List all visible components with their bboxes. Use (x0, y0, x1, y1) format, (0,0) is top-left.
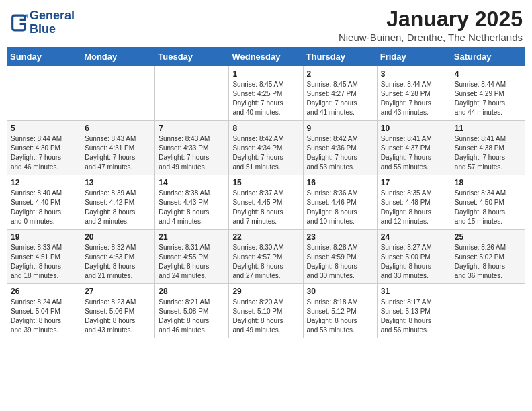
calendar-title: January 2025 (339, 7, 523, 32)
calendar-cell: 6Sunrise: 8:43 AM Sunset: 4:31 PM Daylig… (81, 121, 155, 175)
day-number: 4 (455, 69, 521, 79)
calendar-cell (451, 284, 525, 338)
day-info: Sunrise: 8:38 AM Sunset: 4:43 PM Dayligh… (159, 189, 225, 226)
day-info: Sunrise: 8:45 AM Sunset: 4:27 PM Dayligh… (307, 80, 373, 118)
calendar-week-row: 5Sunrise: 8:44 AM Sunset: 4:30 PM Daylig… (7, 121, 525, 175)
day-number: 30 (307, 287, 373, 296)
calendar-subtitle: Nieuw-Buinen, Drenthe, The Netherlands (339, 32, 523, 43)
logo-text: General Blue (30, 9, 75, 36)
calendar-cell: 23Sunrise: 8:28 AM Sunset: 4:59 PM Dayli… (303, 230, 377, 284)
weekday-header-wednesday: Wednesday (229, 48, 303, 66)
day-number: 13 (85, 178, 151, 187)
day-info: Sunrise: 8:44 AM Sunset: 4:29 PM Dayligh… (455, 80, 521, 118)
calendar-cell (81, 66, 155, 121)
calendar-cell: 14Sunrise: 8:38 AM Sunset: 4:43 PM Dayli… (155, 175, 229, 230)
day-info: Sunrise: 8:21 AM Sunset: 5:08 PM Dayligh… (159, 298, 225, 335)
day-info: Sunrise: 8:39 AM Sunset: 4:42 PM Dayligh… (85, 189, 151, 226)
calendar-cell: 26Sunrise: 8:24 AM Sunset: 5:04 PM Dayli… (7, 284, 81, 338)
day-number: 20 (85, 232, 151, 242)
calendar-cell: 8Sunrise: 8:42 AM Sunset: 4:34 PM Daylig… (229, 121, 303, 175)
title-block: January 2025 Nieuw-Buinen, Drenthe, The … (339, 7, 523, 43)
day-info: Sunrise: 8:32 AM Sunset: 4:53 PM Dayligh… (85, 243, 151, 281)
day-info: Sunrise: 8:44 AM Sunset: 4:30 PM Dayligh… (11, 134, 77, 172)
calendar-cell: 17Sunrise: 8:35 AM Sunset: 4:48 PM Dayli… (377, 175, 451, 230)
day-info: Sunrise: 8:23 AM Sunset: 5:06 PM Dayligh… (85, 298, 151, 335)
weekday-header-monday: Monday (81, 48, 155, 66)
day-number: 7 (159, 124, 225, 133)
day-info: Sunrise: 8:37 AM Sunset: 4:45 PM Dayligh… (232, 189, 299, 226)
calendar-cell: 27Sunrise: 8:23 AM Sunset: 5:06 PM Dayli… (81, 284, 155, 338)
day-info: Sunrise: 8:41 AM Sunset: 4:37 PM Dayligh… (381, 134, 447, 172)
day-info: Sunrise: 8:43 AM Sunset: 4:33 PM Dayligh… (159, 134, 225, 172)
day-info: Sunrise: 8:33 AM Sunset: 4:51 PM Dayligh… (11, 243, 77, 281)
day-info: Sunrise: 8:20 AM Sunset: 5:10 PM Dayligh… (232, 298, 299, 335)
day-info: Sunrise: 8:30 AM Sunset: 4:57 PM Dayligh… (232, 243, 299, 281)
day-info: Sunrise: 8:44 AM Sunset: 4:28 PM Dayligh… (381, 80, 447, 118)
day-info: Sunrise: 8:45 AM Sunset: 4:25 PM Dayligh… (232, 80, 299, 118)
weekday-header-thursday: Thursday (303, 48, 377, 66)
day-number: 9 (307, 124, 373, 133)
page-header: General Blue January 2025 Nieuw-Buinen, … (7, 7, 525, 43)
day-number: 10 (381, 124, 447, 133)
calendar-cell: 7Sunrise: 8:43 AM Sunset: 4:33 PM Daylig… (155, 121, 229, 175)
calendar-week-row: 19Sunrise: 8:33 AM Sunset: 4:51 PM Dayli… (7, 230, 525, 284)
day-info: Sunrise: 8:27 AM Sunset: 5:00 PM Dayligh… (381, 243, 447, 281)
calendar-cell: 10Sunrise: 8:41 AM Sunset: 4:37 PM Dayli… (377, 121, 451, 175)
day-number: 17 (381, 178, 447, 187)
calendar-cell: 2Sunrise: 8:45 AM Sunset: 4:27 PM Daylig… (303, 66, 377, 121)
day-number: 31 (381, 287, 447, 296)
day-number: 11 (455, 124, 521, 133)
day-number: 12 (11, 178, 77, 187)
calendar-cell (155, 66, 229, 121)
calendar-cell: 30Sunrise: 8:18 AM Sunset: 5:12 PM Dayli… (303, 284, 377, 338)
day-info: Sunrise: 8:34 AM Sunset: 4:50 PM Dayligh… (455, 189, 521, 226)
calendar-table: SundayMondayTuesdayWednesdayThursdayFrid… (7, 47, 525, 338)
calendar-week-row: 12Sunrise: 8:40 AM Sunset: 4:40 PM Dayli… (7, 175, 525, 230)
calendar-cell (7, 66, 81, 121)
day-info: Sunrise: 8:24 AM Sunset: 5:04 PM Dayligh… (11, 298, 77, 335)
calendar-cell: 1Sunrise: 8:45 AM Sunset: 4:25 PM Daylig… (229, 66, 303, 121)
day-number: 14 (159, 178, 225, 187)
weekday-header-row: SundayMondayTuesdayWednesdayThursdayFrid… (7, 48, 525, 66)
weekday-header-tuesday: Tuesday (155, 48, 229, 66)
calendar-cell: 19Sunrise: 8:33 AM Sunset: 4:51 PM Dayli… (7, 230, 81, 284)
calendar-week-row: 26Sunrise: 8:24 AM Sunset: 5:04 PM Dayli… (7, 284, 525, 338)
calendar-cell: 5Sunrise: 8:44 AM Sunset: 4:30 PM Daylig… (7, 121, 81, 175)
day-number: 16 (307, 178, 373, 187)
day-number: 6 (85, 124, 151, 133)
day-number: 5 (11, 124, 77, 133)
day-number: 29 (232, 287, 299, 296)
day-number: 23 (307, 232, 373, 242)
day-info: Sunrise: 8:35 AM Sunset: 4:48 PM Dayligh… (381, 189, 447, 226)
calendar-cell: 3Sunrise: 8:44 AM Sunset: 4:28 PM Daylig… (377, 66, 451, 121)
calendar-cell: 16Sunrise: 8:36 AM Sunset: 4:46 PM Dayli… (303, 175, 377, 230)
calendar-cell: 29Sunrise: 8:20 AM Sunset: 5:10 PM Dayli… (229, 284, 303, 338)
day-number: 8 (232, 124, 299, 133)
calendar-cell: 18Sunrise: 8:34 AM Sunset: 4:50 PM Dayli… (451, 175, 525, 230)
day-info: Sunrise: 8:36 AM Sunset: 4:46 PM Dayligh… (307, 189, 373, 226)
calendar-cell: 21Sunrise: 8:31 AM Sunset: 4:55 PM Dayli… (155, 230, 229, 284)
calendar-cell: 25Sunrise: 8:26 AM Sunset: 5:02 PM Dayli… (451, 230, 525, 284)
calendar-cell: 20Sunrise: 8:32 AM Sunset: 4:53 PM Dayli… (81, 230, 155, 284)
day-number: 26 (11, 287, 77, 296)
day-number: 2 (307, 69, 373, 79)
day-info: Sunrise: 8:42 AM Sunset: 4:34 PM Dayligh… (232, 134, 299, 172)
day-number: 3 (381, 69, 447, 79)
calendar-cell: 22Sunrise: 8:30 AM Sunset: 4:57 PM Dayli… (229, 230, 303, 284)
day-number: 28 (159, 287, 225, 296)
day-number: 25 (455, 232, 521, 242)
calendar-cell: 12Sunrise: 8:40 AM Sunset: 4:40 PM Dayli… (7, 175, 81, 230)
day-number: 18 (455, 178, 521, 187)
day-info: Sunrise: 8:43 AM Sunset: 4:31 PM Dayligh… (85, 134, 151, 172)
day-info: Sunrise: 8:18 AM Sunset: 5:12 PM Dayligh… (307, 298, 373, 335)
day-info: Sunrise: 8:41 AM Sunset: 4:38 PM Dayligh… (455, 134, 521, 172)
day-info: Sunrise: 8:31 AM Sunset: 4:55 PM Dayligh… (159, 243, 225, 281)
day-info: Sunrise: 8:42 AM Sunset: 4:36 PM Dayligh… (307, 134, 373, 172)
logo: General Blue (9, 9, 75, 36)
calendar-cell: 31Sunrise: 8:17 AM Sunset: 5:13 PM Dayli… (377, 284, 451, 338)
day-info: Sunrise: 8:40 AM Sunset: 4:40 PM Dayligh… (11, 189, 77, 226)
calendar-cell: 24Sunrise: 8:27 AM Sunset: 5:00 PM Dayli… (377, 230, 451, 284)
calendar-cell: 28Sunrise: 8:21 AM Sunset: 5:08 PM Dayli… (155, 284, 229, 338)
day-number: 27 (85, 287, 151, 296)
calendar-cell: 11Sunrise: 8:41 AM Sunset: 4:38 PM Dayli… (451, 121, 525, 175)
